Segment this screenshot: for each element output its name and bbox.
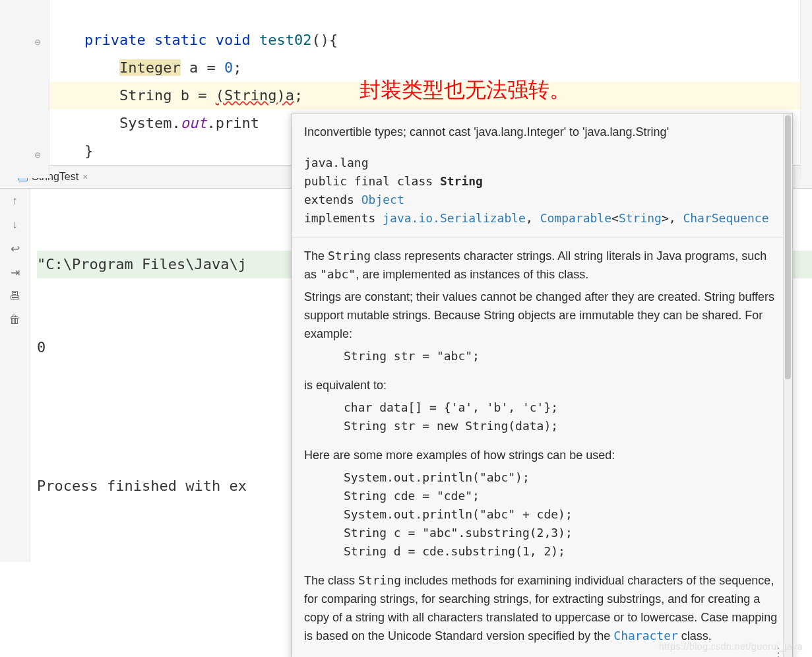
fold-icon[interactable]: ⊖ — [32, 149, 44, 161]
documentation-popup[interactable]: Inconvertible types; cannot cast 'java.l… — [292, 113, 793, 657]
code-example: String str = "abc"; — [344, 347, 780, 365]
code-example: char data[] = {'a', 'b', 'c'}; String st… — [344, 398, 780, 435]
trash-icon[interactable]: 🗑 — [8, 313, 22, 327]
print-icon[interactable]: 🖶 — [8, 289, 22, 303]
code-example: System.out.println("abc"); String cde = … — [344, 468, 780, 561]
link-comparable[interactable]: Comparable — [540, 211, 611, 225]
class-signature: java.lang public final class String exte… — [292, 147, 792, 237]
link-charsequence[interactable]: CharSequence — [683, 211, 768, 225]
error-message: Inconvertible types; cannot cast 'java.l… — [292, 113, 792, 147]
scroll-to-end-icon[interactable]: ⇥ — [8, 265, 22, 280]
up-icon[interactable]: ↑ — [8, 194, 22, 208]
doc-body: The String class represents character st… — [292, 237, 792, 657]
editor-right-gutter — [800, 0, 812, 178]
watermark: https://blog.csdn.net/guorui_java — [659, 641, 803, 652]
fold-icon[interactable]: ⊖ — [32, 36, 44, 48]
doc-scrollbar[interactable] — [783, 113, 792, 657]
link-character[interactable]: Character — [613, 629, 678, 642]
close-icon[interactable]: × — [82, 172, 88, 182]
editor-gutter: ⊖ ⊖ — [0, 0, 49, 178]
down-icon[interactable]: ↓ — [8, 218, 22, 232]
link-object[interactable]: Object — [361, 193, 404, 206]
code-line[interactable]: private static void test02(){ — [49, 26, 812, 54]
link-serializable[interactable]: java.io.Serializable — [383, 211, 526, 225]
scrollbar-thumb[interactable] — [785, 115, 791, 379]
console-toolbar: ↑ ↓ ↩ ⇥ 🖶 🗑 — [0, 189, 30, 562]
annotation-overlay: 封装类型也无法强转。 — [359, 76, 571, 105]
link-string[interactable]: String — [619, 211, 662, 225]
wrap-icon[interactable]: ↩ — [8, 241, 22, 256]
